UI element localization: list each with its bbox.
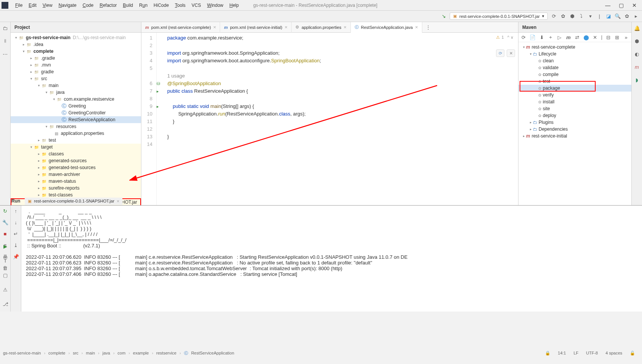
maven-verify[interactable]: verify [518, 92, 631, 98]
menu-vcs[interactable]: VCS [189, 1, 204, 9]
close-icon[interactable]: × [344, 24, 347, 30]
tree-idea[interactable]: ▸.idea [11, 41, 141, 48]
stop-icon[interactable]: ■ [2, 231, 8, 237]
pin-icon[interactable]: 📌 [13, 253, 19, 260]
search-icon[interactable]: 🔍 [615, 13, 621, 19]
tree-surefire[interactable]: ▸surefire-reports [11, 185, 141, 191]
stop-icon[interactable]: ✕ [592, 34, 598, 40]
menu-edit[interactable]: Edit [25, 1, 40, 9]
tree-target[interactable]: ▾target [11, 144, 141, 150]
vcs-icon[interactable]: ⎇ [2, 301, 8, 307]
gradle-icon[interactable]: ◐ [634, 51, 640, 57]
more-icon[interactable]: » [623, 34, 629, 40]
tree-root[interactable]: ▾gs-rest-service-mainD:\…\gs-rest-servic… [11, 34, 141, 41]
tab-pom-initial[interactable]: mpom.xml (rest-service-initial)× [220, 22, 292, 33]
collapse-icon[interactable]: ⊟ [606, 34, 611, 40]
m-icon[interactable]: m [634, 64, 640, 70]
m-icon[interactable]: m [566, 34, 571, 40]
code-editor[interactable]: ⚠1 ^ ∨ ⟳ ✕ 1 2 3 4 5 6 7 8 9 10 11 12 13 [141, 33, 518, 205]
add-icon[interactable]: ＋ [548, 34, 553, 40]
close-icon[interactable]: × [415, 24, 418, 30]
maven-root[interactable]: ▾mrest-service-complete [518, 44, 631, 51]
tree-resources[interactable]: ▾resources [11, 123, 141, 130]
readonly-icon[interactable]: 🔓 [628, 351, 637, 356]
tree-gensrc[interactable]: ▸generated-sources [11, 157, 141, 164]
p-icon[interactable]: ◗ [634, 77, 640, 83]
todo-icon[interactable]: T [2, 258, 8, 264]
run-class-icon[interactable]: ⛁ [157, 80, 164, 87]
close-icon[interactable]: × [117, 198, 120, 204]
code-body[interactable]: package com.example.restservice; import … [164, 33, 518, 205]
tree-test[interactable]: ▸test [11, 137, 141, 144]
tree-java[interactable]: ▾java [11, 89, 141, 96]
tab-pom-complete[interactable]: mpom.xml (rest-service-complete)× [141, 22, 220, 33]
line-ending[interactable]: LF [572, 351, 580, 356]
tree-main[interactable]: ▾main [11, 82, 141, 89]
tab-restapp[interactable]: ⒸRestServiceApplication.java× [351, 22, 422, 33]
close-icon[interactable]: × [213, 24, 216, 30]
reload-icon[interactable]: ⟳ [521, 34, 526, 40]
run-line-icon[interactable]: ▸ [157, 87, 164, 95]
tree-appprops[interactable]: application.properties [11, 130, 141, 137]
menu-refactor[interactable]: Refactor [97, 1, 120, 9]
caret-position[interactable]: 14:1 [556, 351, 567, 356]
tree-mvn[interactable]: ▸.mvn [11, 62, 141, 68]
profile-icon[interactable]: ⤵ [578, 13, 584, 19]
menu-window[interactable]: Window [204, 1, 227, 9]
project-panel-header[interactable]: Project [11, 22, 141, 33]
lock-icon[interactable]: 🔒 [544, 351, 552, 356]
maven-compile[interactable]: compile [518, 71, 631, 78]
tree-mvnstat[interactable]: ▸maven-status [11, 178, 141, 185]
menu-file[interactable]: File [12, 1, 25, 9]
tree-pkg[interactable]: ▾com.example.restservice [11, 96, 141, 103]
menu-navigate[interactable]: Navigate [55, 1, 79, 9]
maximize-button[interactable]: ▢ [619, 2, 624, 8]
navigation-bar[interactable]: gs-rest-service-main› complete› src› mai… [2, 350, 640, 356]
close-button[interactable]: ✕ [632, 2, 637, 8]
rerun-icon[interactable]: ↻ [2, 208, 8, 214]
maven-package[interactable]: package [518, 85, 631, 92]
inspection-indicator[interactable]: ⚠1 ^ ∨ [496, 35, 514, 40]
maven-validate[interactable]: validate [518, 64, 631, 71]
maven-install[interactable]: install [518, 98, 631, 105]
menu-help[interactable]: Help [226, 1, 242, 9]
maven-initial[interactable]: ▸mrest-service-initial [518, 133, 631, 139]
run-main-icon[interactable]: ▸ [157, 103, 164, 110]
encoding[interactable]: UTF-8 [585, 351, 599, 356]
sync-icon[interactable]: ⟳ [551, 13, 557, 19]
wrap-icon[interactable]: ↵ [13, 231, 19, 237]
reload-icon[interactable]: ⟳ [496, 49, 504, 57]
menu-run[interactable]: Run [136, 1, 151, 9]
expand-icon[interactable]: ⊞ [614, 34, 620, 40]
minimize-button[interactable]: — [605, 2, 610, 8]
run-tool-icon[interactable]: ▶ [2, 243, 8, 249]
tree-greeting[interactable]: Greeting [11, 103, 141, 109]
tree-gradle2[interactable]: ▸gradle [11, 68, 141, 75]
tab-appprops[interactable]: ⚙application.properties× [292, 22, 350, 33]
scroll-icon[interactable]: ⤓ [13, 242, 19, 248]
notifications-icon[interactable]: 🔔 [634, 25, 640, 31]
more-icon[interactable]: ▸ [633, 13, 639, 19]
maven-test[interactable]: test [518, 78, 631, 85]
download-icon[interactable]: ⬇ [539, 34, 544, 40]
maven-tree[interactable]: ▾mrest-service-complete ▾Lifecycle clean… [518, 42, 631, 205]
tree-greetingctrl[interactable]: GreetingController [11, 109, 141, 116]
run-icon[interactable]: ▷ [556, 34, 562, 40]
maven-site[interactable]: site [518, 105, 631, 112]
db-icon[interactable]: ⬢ [634, 38, 640, 44]
hammer-icon[interactable]: ↘ [441, 13, 447, 19]
terminal-icon[interactable]: ▢ [2, 272, 8, 278]
tab-menu-icon[interactable]: ⋮ [425, 24, 431, 30]
toggle-icon[interactable]: ⇄ [574, 34, 580, 40]
run-config-selector[interactable]: ▣ rest-service-complete-0.0.1-SNAPSHOT.j… [450, 13, 548, 20]
up-icon[interactable]: ↑ [13, 208, 19, 214]
project-tool-icon[interactable]: 🗀 [2, 25, 8, 31]
tree-gentest[interactable]: ▸generated-test-sources [11, 164, 141, 171]
tree-mvnarch[interactable]: ▸maven-archiver [11, 171, 141, 178]
more-tool-icon[interactable]: ⋯ [2, 51, 8, 57]
menu-view[interactable]: View [40, 1, 55, 9]
gear-icon[interactable]: ✿ [560, 13, 566, 19]
structure-tool-icon[interactable]: ⦀ [2, 38, 8, 44]
maven-lifecycle[interactable]: ▾Lifecycle [518, 51, 631, 57]
menu-build[interactable]: Build [120, 1, 136, 9]
